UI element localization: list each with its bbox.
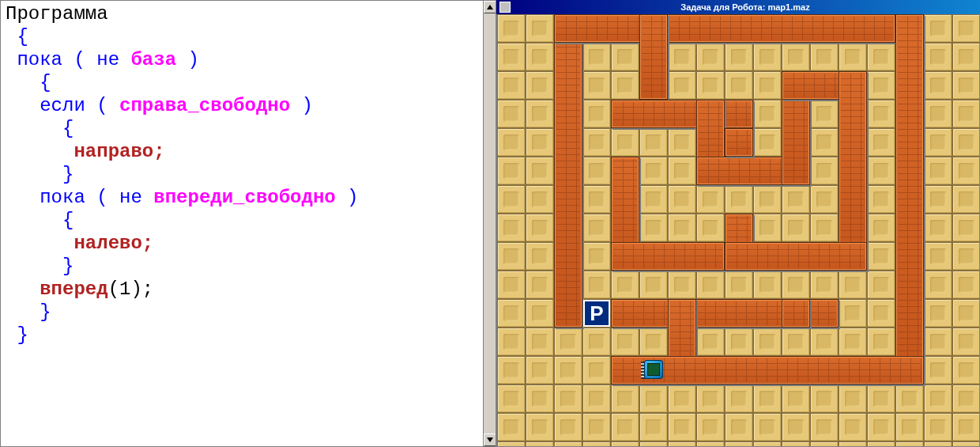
floor-tile	[839, 384, 867, 413]
floor-tile	[810, 128, 839, 157]
floor-tile	[924, 185, 952, 214]
floor-tile	[895, 413, 924, 441]
wall-segment	[611, 100, 753, 128]
floor-tile	[696, 43, 725, 71]
floor-tile	[810, 100, 839, 128]
floor-tile	[725, 384, 753, 413]
title-bar[interactable]: Задача для Робота: map1.maz	[496, 0, 980, 14]
floor-tile	[753, 271, 782, 299]
floor-tile	[952, 185, 980, 214]
floor-tile	[582, 413, 611, 441]
floor-tile	[582, 441, 611, 447]
floor-tile	[526, 384, 554, 413]
floor-tile	[782, 214, 810, 242]
scroll-up-button[interactable]	[484, 1, 496, 13]
floor-tile	[611, 384, 639, 413]
floor-tile	[725, 71, 753, 100]
floor-tile	[582, 271, 611, 299]
floor-tile	[582, 71, 611, 100]
floor-tile	[952, 413, 980, 441]
wall-segment	[725, 242, 867, 271]
floor-tile	[582, 43, 611, 71]
floor-tile	[810, 413, 839, 441]
floor-tile	[867, 157, 895, 185]
floor-tile	[497, 384, 526, 413]
floor-tile	[668, 71, 696, 100]
floor-tile	[582, 128, 611, 157]
vertical-scrollbar[interactable]	[483, 1, 496, 446]
floor-tile	[839, 328, 867, 356]
floor-tile	[582, 384, 611, 413]
floor-tile	[924, 271, 952, 299]
floor-tile	[753, 185, 782, 214]
wall-segment	[611, 242, 725, 271]
floor-tile	[554, 356, 582, 384]
floor-tile	[497, 43, 526, 71]
floor-tile	[668, 271, 696, 299]
floor-tile	[582, 214, 611, 242]
floor-tile	[924, 413, 952, 441]
floor-tile	[753, 328, 782, 356]
floor-tile	[696, 185, 725, 214]
floor-tile	[696, 71, 725, 100]
floor-tile	[924, 157, 952, 185]
floor-tile	[696, 441, 725, 447]
floor-tile	[952, 384, 980, 413]
scroll-down-button[interactable]	[484, 434, 496, 446]
code-area[interactable]: Программа { пока ( не база ) { если ( сп…	[1, 1, 496, 348]
floor-tile	[924, 299, 952, 328]
wall-segment	[639, 14, 668, 100]
floor-tile	[867, 185, 895, 214]
floor-tile	[725, 441, 753, 447]
floor-tile	[810, 271, 839, 299]
floor-tile	[668, 214, 696, 242]
floor-tile	[839, 441, 867, 447]
floor-tile	[668, 185, 696, 214]
floor-tile	[696, 214, 725, 242]
floor-tile	[952, 356, 980, 384]
floor-tile	[952, 328, 980, 356]
floor-tile	[810, 441, 839, 447]
floor-tile	[526, 128, 554, 157]
floor-tile	[952, 242, 980, 271]
floor-tile	[611, 271, 639, 299]
floor-tile	[952, 14, 980, 43]
floor-tile	[639, 271, 668, 299]
floor-tile	[639, 185, 668, 214]
floor-tile	[782, 271, 810, 299]
floor-tile	[526, 299, 554, 328]
floor-tile	[497, 242, 526, 271]
floor-tile	[867, 384, 895, 413]
floor-tile	[526, 356, 554, 384]
floor-tile	[924, 328, 952, 356]
floor-tile	[924, 100, 952, 128]
floor-tile	[782, 328, 810, 356]
floor-tile	[867, 43, 895, 71]
floor-tile	[696, 271, 725, 299]
floor-tile	[526, 100, 554, 128]
floor-tile	[810, 157, 839, 185]
floor-tile	[952, 214, 980, 242]
wall-segment	[782, 299, 810, 328]
floor-tile	[668, 441, 696, 447]
maze-viewport[interactable]: P	[496, 14, 980, 447]
code-editor-pane: Программа { пока ( не база ) { если ( сп…	[0, 0, 496, 447]
floor-tile	[696, 413, 725, 441]
wall-segment	[554, 14, 895, 43]
floor-tile	[867, 441, 895, 447]
floor-tile	[526, 441, 554, 447]
floor-tile	[924, 14, 952, 43]
floor-tile	[639, 328, 668, 356]
floor-tile	[753, 214, 782, 242]
floor-tile	[611, 441, 639, 447]
floor-tile	[639, 384, 668, 413]
floor-tile	[497, 157, 526, 185]
floor-tile	[526, 185, 554, 214]
floor-tile	[753, 128, 782, 157]
floor-tile	[611, 43, 639, 71]
floor-tile	[497, 441, 526, 447]
floor-tile	[611, 71, 639, 100]
floor-tile	[924, 128, 952, 157]
floor-tile	[867, 299, 895, 328]
floor-tile	[753, 413, 782, 441]
